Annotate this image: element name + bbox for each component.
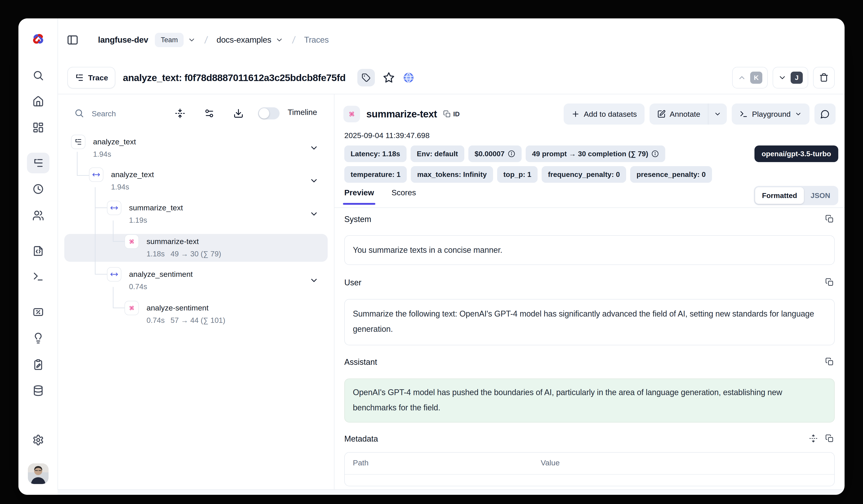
sidebar-toggle-icon[interactable] [66,34,79,46]
copy-icon[interactable] [825,215,834,223]
copy-id-button[interactable]: ID [443,110,460,118]
trace-type-label: Trace [88,74,108,82]
tag-button[interactable] [357,69,375,87]
trace-nav-cluster: K J [732,67,835,89]
next-trace-button[interactable]: J [773,67,808,89]
bottom-scrollbar-track[interactable] [58,489,845,495]
latency-badge: Latency: 1.18s [344,145,407,162]
span-node-icon [110,204,118,212]
observation-title: summarize-text [366,108,437,120]
annotation-clipboard-icon[interactable] [32,359,44,371]
metadata-section-label: Metadata [344,434,378,444]
datasets-database-icon[interactable] [32,385,44,397]
tokens-badge[interactable]: 49 prompt → 30 completion (∑ 79) [526,145,665,162]
observation-timestamp: 2025-09-04 11:39:47.698 [344,131,429,140]
info-icon [651,150,659,158]
detail-tabs: Preview Scores Formatted JSON [334,184,845,208]
tree-connector [95,274,107,274]
insights-lightbulb-icon[interactable] [32,332,44,344]
add-to-datasets-button[interactable]: Add to datasets [564,103,645,125]
chevron-down-icon[interactable] [188,36,196,44]
prev-trace-button[interactable]: K [732,67,768,89]
tracing-tree-icon[interactable] [32,157,44,169]
copy-icon[interactable] [825,278,834,286]
model-badge[interactable]: openai/gpt-3.5-turbo [754,145,838,162]
model-param-badges: temperature: 1 max_tokens: Infinity top_… [344,166,838,183]
users-icon[interactable] [32,210,44,221]
user-avatar[interactable] [28,463,49,484]
chevron-down-icon[interactable] [309,276,319,285]
param-badge: top_p: 1 [497,166,538,183]
trace-type-button[interactable]: Trace [67,67,115,89]
annotate-button[interactable]: Annotate [650,103,708,125]
annotate-dropdown-button[interactable] [708,103,727,125]
breadcrumb-page[interactable]: Traces [304,35,328,45]
copy-icon[interactable] [825,358,834,366]
next-key-hint: J [791,72,803,84]
env-badge: Env: default [411,145,464,162]
langfuse-logo-icon[interactable] [30,31,46,48]
chevron-down-icon[interactable] [309,143,319,153]
observation-detail-panel: summarize-text ID Add to datasets [334,94,845,490]
format-formatted-option[interactable]: Formatted [755,187,804,204]
main-area: langfuse-dev Team / docs-examples / Trac… [58,18,845,495]
system-message-card: You summarize texts in a concise manner. [344,235,835,265]
prev-key-hint: K [750,72,762,84]
info-icon [508,150,515,158]
environment-name[interactable]: docs-examples [216,35,271,45]
public-globe-icon[interactable] [403,72,414,83]
timeline-label: Timeline [288,108,317,117]
format-json-option[interactable]: JSON [804,187,837,204]
metadata-path-column: Path [353,458,368,467]
tree-connector [95,187,96,274]
playground-button[interactable]: Playground [732,103,810,125]
param-badge: frequency_penalty: 0 [542,166,626,183]
comments-button[interactable] [814,103,836,125]
generation-node-icon [128,304,136,312]
tab-preview[interactable]: Preview [344,188,374,197]
span-node-icon [92,171,100,179]
download-icon[interactable] [233,108,243,118]
desktop-background: langfuse-dev Team / docs-examples / Trac… [0,0,863,504]
tree-connector [113,241,125,242]
tab-scores[interactable]: Scores [391,188,416,197]
toggle-knob [259,108,269,118]
evaluation-percent-icon[interactable] [32,306,44,318]
sessions-clock-icon[interactable] [32,183,44,195]
timeline-toggle[interactable] [258,107,279,119]
project-name[interactable]: langfuse-dev [98,35,148,45]
param-badge: temperature: 1 [344,166,407,183]
app-window: langfuse-dev Team / docs-examples / Trac… [18,18,845,495]
tree-connector [77,152,77,176]
assistant-section-label: Assistant [344,358,377,367]
search-icon [74,108,84,118]
user-message-text: Summarize the following text: OpenAI's G… [345,299,834,337]
prompts-file-code-icon[interactable] [32,245,44,257]
assistant-message-text: OpenAI's GPT-4 model has pushed the boun… [345,379,834,415]
trace-title: analyze_text: f0f78d8887011612a3c25bdcb8… [123,72,346,83]
tree-connector [77,175,89,176]
star-bookmark-icon[interactable] [383,72,395,83]
chevron-down-icon[interactable] [275,36,284,44]
assistant-message-card: OpenAI's GPT-4 model has pushed the boun… [344,378,835,423]
delete-trace-button[interactable] [813,67,835,89]
copy-icon[interactable] [825,434,834,443]
breadcrumb-separator: / [204,34,208,46]
home-icon[interactable] [32,96,44,107]
cost-badge[interactable]: $0.00007 [468,145,522,162]
search-input[interactable] [91,104,169,123]
chevron-down-icon[interactable] [309,176,319,185]
chevron-down-icon[interactable] [309,209,319,219]
settings-gear-icon[interactable] [32,434,44,446]
playground-terminal-icon[interactable] [32,271,44,282]
team-badge: Team [155,33,184,47]
dashboard-icon[interactable] [32,122,44,133]
display-settings-icon[interactable] [204,108,214,118]
trace-node-icon [74,138,82,146]
search-icon[interactable] [32,69,44,81]
collapse-all-icon[interactable] [175,108,185,118]
observation-actions: Add to datasets Annotate [564,103,836,125]
tree-connector [113,220,113,242]
expand-vertical-icon[interactable] [809,434,817,443]
chat-bubble-icon [820,109,830,119]
